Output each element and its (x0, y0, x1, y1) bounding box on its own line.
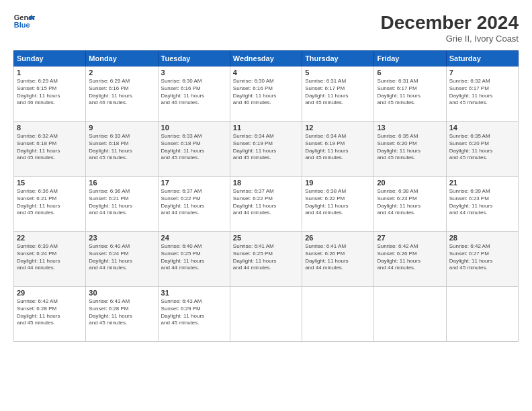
table-row: 12Sunrise: 6:34 AMSunset: 6:19 PMDayligh… (302, 122, 374, 177)
day-info: Sunrise: 6:33 AMSunset: 6:18 PMDaylight:… (161, 133, 227, 162)
day-info: Sunrise: 6:31 AMSunset: 6:17 PMDaylight:… (305, 78, 371, 107)
week-row-3: 15Sunrise: 6:36 AMSunset: 6:21 PMDayligh… (14, 177, 519, 232)
table-row (302, 287, 374, 342)
day-number: 17 (161, 179, 227, 187)
col-thursday: Thursday (302, 51, 374, 66)
day-number: 25 (233, 234, 299, 242)
header: General Blue December 2024 Grie II, Ivor… (13, 12, 519, 44)
table-row: 1Sunrise: 6:29 AMSunset: 6:15 PMDaylight… (14, 66, 86, 122)
logo: General Blue (13, 12, 36, 31)
table-row: 16Sunrise: 6:36 AMSunset: 6:21 PMDayligh… (86, 177, 158, 232)
day-number: 23 (89, 234, 154, 242)
day-number: 31 (161, 289, 227, 297)
table-row: 24Sunrise: 6:40 AMSunset: 6:25 PMDayligh… (158, 232, 230, 287)
table-row: 13Sunrise: 6:35 AMSunset: 6:20 PMDayligh… (374, 122, 446, 177)
day-number: 11 (233, 124, 299, 132)
subtitle: Grie II, Ivory Coast (381, 34, 519, 44)
day-info: Sunrise: 6:37 AMSunset: 6:22 PMDaylight:… (233, 188, 299, 217)
day-number: 3 (161, 68, 227, 77)
col-saturday: Saturday (446, 51, 518, 66)
day-info: Sunrise: 6:34 AMSunset: 6:19 PMDaylight:… (233, 133, 299, 162)
week-row-1: 1Sunrise: 6:29 AMSunset: 6:15 PMDaylight… (14, 66, 519, 122)
day-number: 24 (161, 234, 227, 242)
week-row-2: 8Sunrise: 6:32 AMSunset: 6:18 PMDaylight… (14, 122, 519, 177)
table-row: 26Sunrise: 6:41 AMSunset: 6:26 PMDayligh… (302, 232, 374, 287)
day-info: Sunrise: 6:41 AMSunset: 6:25 PMDaylight:… (233, 243, 299, 272)
day-info: Sunrise: 6:39 AMSunset: 6:24 PMDaylight:… (17, 243, 83, 272)
day-number: 28 (449, 234, 515, 242)
day-number: 21 (449, 179, 515, 187)
table-row: 22Sunrise: 6:39 AMSunset: 6:24 PMDayligh… (14, 232, 86, 287)
table-row: 6Sunrise: 6:31 AMSunset: 6:17 PMDaylight… (374, 66, 446, 122)
day-info: Sunrise: 6:42 AMSunset: 6:26 PMDaylight:… (377, 243, 443, 272)
day-number: 2 (89, 68, 154, 77)
day-info: Sunrise: 6:29 AMSunset: 6:16 PMDaylight:… (89, 78, 154, 107)
header-row: Sunday Monday Tuesday Wednesday Thursday… (14, 51, 519, 66)
table-row: 3Sunrise: 6:30 AMSunset: 6:16 PMDaylight… (158, 66, 230, 122)
day-number: 6 (377, 68, 443, 77)
table-row: 10Sunrise: 6:33 AMSunset: 6:18 PMDayligh… (158, 122, 230, 177)
day-info: Sunrise: 6:41 AMSunset: 6:26 PMDaylight:… (305, 243, 371, 272)
table-row: 9Sunrise: 6:33 AMSunset: 6:18 PMDaylight… (86, 122, 158, 177)
table-row: 19Sunrise: 6:38 AMSunset: 6:22 PMDayligh… (302, 177, 374, 232)
table-row: 11Sunrise: 6:34 AMSunset: 6:19 PMDayligh… (230, 122, 302, 177)
day-number: 13 (377, 124, 443, 132)
table-row: 31Sunrise: 6:43 AMSunset: 6:29 PMDayligh… (158, 287, 230, 342)
calendar: Sunday Monday Tuesday Wednesday Thursday… (13, 50, 519, 342)
table-row: 20Sunrise: 6:38 AMSunset: 6:23 PMDayligh… (374, 177, 446, 232)
day-number: 22 (17, 234, 83, 242)
logo-icon: General Blue (13, 12, 35, 31)
table-row: 30Sunrise: 6:43 AMSunset: 6:28 PMDayligh… (86, 287, 158, 342)
table-row: 5Sunrise: 6:31 AMSunset: 6:17 PMDaylight… (302, 66, 374, 122)
day-number: 20 (377, 179, 443, 187)
day-info: Sunrise: 6:34 AMSunset: 6:19 PMDaylight:… (305, 133, 371, 162)
title-area: December 2024 Grie II, Ivory Coast (381, 12, 519, 44)
table-row: 15Sunrise: 6:36 AMSunset: 6:21 PMDayligh… (14, 177, 86, 232)
day-number: 27 (377, 234, 443, 242)
day-info: Sunrise: 6:40 AMSunset: 6:25 PMDaylight:… (161, 243, 227, 272)
table-row: 7Sunrise: 6:32 AMSunset: 6:17 PMDaylight… (446, 66, 518, 122)
day-number: 16 (89, 179, 154, 187)
day-info: Sunrise: 6:32 AMSunset: 6:18 PMDaylight:… (17, 133, 83, 162)
table-row: 2Sunrise: 6:29 AMSunset: 6:16 PMDaylight… (86, 66, 158, 122)
table-row: 23Sunrise: 6:40 AMSunset: 6:24 PMDayligh… (86, 232, 158, 287)
day-info: Sunrise: 6:42 AMSunset: 6:28 PMDaylight:… (17, 298, 83, 327)
col-sunday: Sunday (14, 51, 86, 66)
day-number: 14 (449, 124, 515, 132)
day-info: Sunrise: 6:38 AMSunset: 6:22 PMDaylight:… (305, 188, 371, 217)
day-number: 4 (233, 68, 299, 77)
day-info: Sunrise: 6:29 AMSunset: 6:15 PMDaylight:… (17, 78, 83, 107)
table-row: 21Sunrise: 6:39 AMSunset: 6:23 PMDayligh… (446, 177, 518, 232)
table-row: 25Sunrise: 6:41 AMSunset: 6:25 PMDayligh… (230, 232, 302, 287)
day-info: Sunrise: 6:43 AMSunset: 6:28 PMDaylight:… (89, 298, 154, 327)
day-info: Sunrise: 6:32 AMSunset: 6:17 PMDaylight:… (449, 78, 515, 107)
day-number: 1 (17, 68, 83, 77)
table-row: 4Sunrise: 6:30 AMSunset: 6:16 PMDaylight… (230, 66, 302, 122)
day-number: 10 (161, 124, 227, 132)
day-info: Sunrise: 6:38 AMSunset: 6:23 PMDaylight:… (377, 188, 443, 217)
table-row (374, 287, 446, 342)
table-row: 17Sunrise: 6:37 AMSunset: 6:22 PMDayligh… (158, 177, 230, 232)
day-number: 29 (17, 289, 83, 297)
day-info: Sunrise: 6:31 AMSunset: 6:17 PMDaylight:… (377, 78, 443, 107)
day-number: 30 (89, 289, 154, 297)
table-row: 27Sunrise: 6:42 AMSunset: 6:26 PMDayligh… (374, 232, 446, 287)
day-number: 18 (233, 179, 299, 187)
day-info: Sunrise: 6:42 AMSunset: 6:27 PMDaylight:… (449, 243, 515, 272)
day-number: 26 (305, 234, 371, 242)
col-wednesday: Wednesday (230, 51, 302, 66)
day-info: Sunrise: 6:43 AMSunset: 6:29 PMDaylight:… (161, 298, 227, 327)
week-row-5: 29Sunrise: 6:42 AMSunset: 6:28 PMDayligh… (14, 287, 519, 342)
day-info: Sunrise: 6:30 AMSunset: 6:16 PMDaylight:… (161, 78, 227, 107)
table-row: 28Sunrise: 6:42 AMSunset: 6:27 PMDayligh… (446, 232, 518, 287)
day-info: Sunrise: 6:35 AMSunset: 6:20 PMDaylight:… (377, 133, 443, 162)
day-info: Sunrise: 6:37 AMSunset: 6:22 PMDaylight:… (161, 188, 227, 217)
table-row: 14Sunrise: 6:35 AMSunset: 6:20 PMDayligh… (446, 122, 518, 177)
col-monday: Monday (86, 51, 158, 66)
page: General Blue December 2024 Grie II, Ivor… (0, 0, 532, 411)
svg-text:Blue: Blue (14, 21, 30, 29)
day-info: Sunrise: 6:35 AMSunset: 6:20 PMDaylight:… (449, 133, 515, 162)
day-number: 9 (89, 124, 154, 132)
col-friday: Friday (374, 51, 446, 66)
day-number: 15 (17, 179, 83, 187)
